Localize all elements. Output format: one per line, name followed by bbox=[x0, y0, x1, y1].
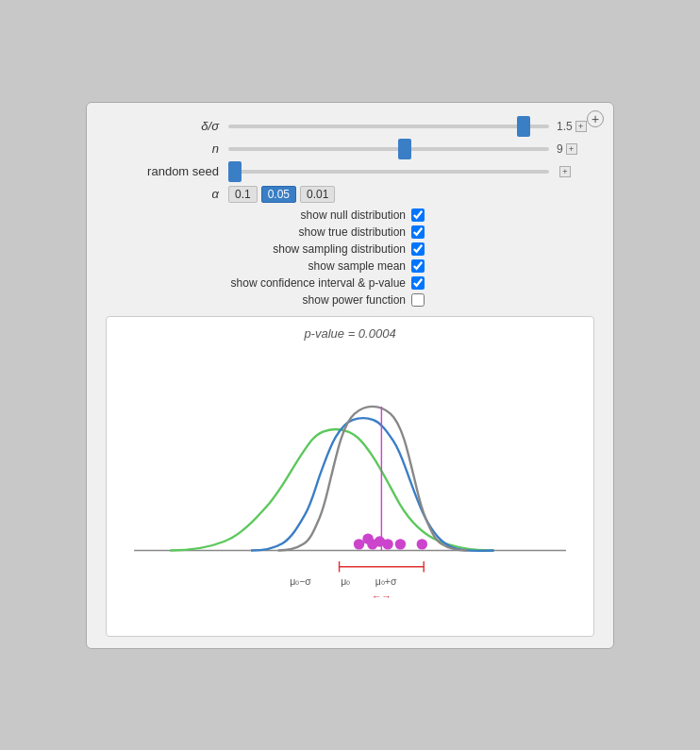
show-confidence-interval-checkbox[interactable] bbox=[411, 276, 425, 290]
show-true-distribution-label: show true distribution bbox=[299, 225, 406, 239]
show-power-function-checkbox[interactable] bbox=[411, 293, 425, 307]
add-button[interactable]: + bbox=[587, 110, 604, 127]
delta-sigma-value: 1.5 bbox=[557, 120, 573, 133]
ci-bracket-label: ←→ bbox=[372, 592, 392, 602]
alpha-row: α 0.1 0.05 0.01 bbox=[106, 186, 594, 203]
random-seed-increment[interactable]: + bbox=[559, 166, 571, 177]
alpha-01-button[interactable]: 0.1 bbox=[228, 186, 258, 203]
show-sample-mean-row: show sample mean bbox=[106, 259, 594, 273]
x-label-mu0-plus-sigma: μ₀+σ bbox=[375, 575, 397, 586]
alpha-001-button[interactable]: 0.01 bbox=[300, 186, 335, 203]
n-increment[interactable]: + bbox=[566, 143, 577, 155]
data-dot-5 bbox=[382, 539, 392, 549]
show-sampling-distribution-row: show sampling distribution bbox=[106, 242, 594, 256]
n-track bbox=[228, 147, 549, 151]
alpha-005-button[interactable]: 0.05 bbox=[261, 186, 296, 203]
n-label: n bbox=[106, 142, 219, 156]
random-seed-value-area: + bbox=[557, 166, 594, 177]
show-sampling-distribution-checkbox[interactable] bbox=[411, 242, 425, 256]
show-null-distribution-label: show null distribution bbox=[301, 208, 406, 222]
n-thumb[interactable] bbox=[398, 139, 411, 159]
show-null-distribution-row: show null distribution bbox=[106, 208, 594, 222]
show-true-distribution-row: show true distribution bbox=[106, 225, 594, 239]
n-value-area: 9 + bbox=[557, 142, 594, 156]
sampling-distribution-curve bbox=[251, 418, 494, 551]
data-dot-7 bbox=[417, 539, 427, 549]
data-dot-1 bbox=[354, 539, 364, 549]
null-distribution-curve bbox=[278, 406, 467, 550]
chart-canvas: μ₀−σ μ₀ μ₀+σ ←→ bbox=[116, 346, 584, 620]
show-confidence-interval-label: show confidence interval & p-value bbox=[231, 276, 406, 290]
random-seed-slider[interactable] bbox=[228, 163, 549, 180]
n-row: n 9 + bbox=[106, 141, 594, 158]
show-confidence-interval-row: show confidence interval & p-value bbox=[106, 276, 594, 290]
chart-section: p-value = 0.0004 bbox=[106, 316, 594, 637]
random-seed-label: random seed bbox=[106, 164, 219, 178]
data-dot-6 bbox=[395, 539, 406, 549]
delta-sigma-label: δ/σ bbox=[106, 119, 219, 133]
n-value: 9 bbox=[557, 142, 563, 156]
delta-sigma-increment[interactable]: + bbox=[575, 121, 587, 132]
random-seed-row: random seed + bbox=[106, 163, 594, 180]
delta-sigma-track bbox=[228, 125, 549, 128]
show-power-function-row: show power function bbox=[106, 293, 594, 307]
random-seed-track bbox=[228, 170, 549, 174]
chart-svg: μ₀−σ μ₀ μ₀+σ ←→ bbox=[116, 346, 584, 620]
main-panel: + δ/σ 1.5 + n 9 + bbox=[86, 102, 614, 649]
x-label-mu0-minus-sigma: μ₀−σ bbox=[290, 575, 311, 586]
alpha-label: α bbox=[106, 187, 219, 201]
show-sample-mean-label: show sample mean bbox=[308, 259, 406, 273]
true-distribution-curve bbox=[170, 428, 493, 550]
show-true-distribution-checkbox[interactable] bbox=[411, 225, 425, 239]
show-null-distribution-checkbox[interactable] bbox=[411, 208, 425, 222]
delta-sigma-slider[interactable] bbox=[228, 118, 549, 135]
delta-sigma-thumb[interactable] bbox=[517, 116, 530, 137]
delta-sigma-row: δ/σ 1.5 + bbox=[106, 118, 594, 135]
show-sample-mean-checkbox[interactable] bbox=[411, 259, 425, 273]
controls-section: δ/σ 1.5 + n 9 + bbox=[106, 118, 594, 307]
p-value-label: p-value = 0.0004 bbox=[116, 326, 584, 341]
x-label-mu0: μ₀ bbox=[341, 575, 350, 586]
n-slider[interactable] bbox=[228, 141, 549, 158]
random-seed-thumb[interactable] bbox=[228, 161, 242, 182]
show-power-function-label: show power function bbox=[303, 293, 406, 307]
show-sampling-distribution-label: show sampling distribution bbox=[273, 242, 406, 256]
